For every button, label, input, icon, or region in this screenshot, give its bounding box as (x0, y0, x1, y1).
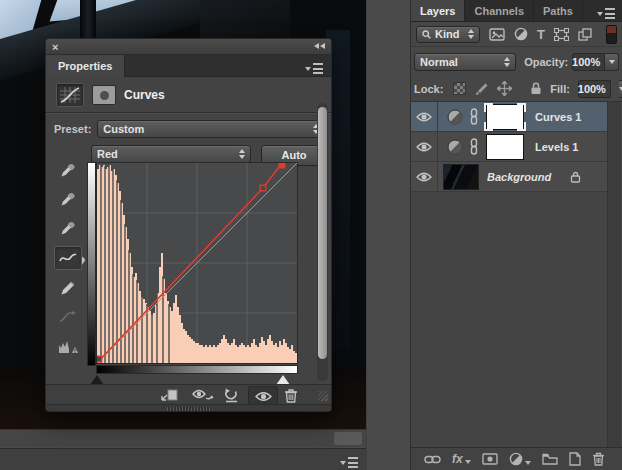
mask-link-icon[interactable] (469, 138, 479, 155)
tab-channels[interactable]: Channels (465, 0, 534, 21)
layer-filter-row: Kind T (411, 22, 622, 47)
panel-resize-grip[interactable] (318, 391, 328, 401)
new-layer-button[interactable] (569, 452, 581, 466)
layers-scrollbar-track[interactable] (607, 102, 621, 447)
mask-properties-icon[interactable] (92, 85, 116, 105)
edit-curve-points-tool[interactable] (54, 246, 82, 270)
filter-pixel-layers-icon[interactable] (489, 28, 505, 41)
filter-type-layers-icon[interactable]: T (537, 27, 545, 42)
layers-tab-bar: Layers Channels Paths (411, 0, 622, 22)
lock-all-icon[interactable] (530, 82, 542, 95)
adjustment-header: Curves (56, 83, 165, 107)
blend-mode-dropdown[interactable]: Normal (414, 53, 516, 71)
curves-grid-plot[interactable] (96, 162, 298, 364)
filter-adjustment-layers-icon[interactable] (514, 27, 528, 41)
search-icon (422, 30, 431, 39)
adjustment-title: Curves (124, 88, 165, 102)
scrollbar-thumb[interactable] (334, 432, 362, 445)
double-left-arrow-icon (314, 43, 319, 49)
toggle-visibility-button-active[interactable] (248, 386, 278, 406)
layer-list: Curves 1 Levels 1 (411, 102, 607, 470)
stepper-arrows-icon (504, 57, 510, 67)
adjustment-layer-icon[interactable] (447, 139, 463, 155)
tab-layers[interactable]: Layers (411, 0, 465, 21)
lock-transparency-icon[interactable] (453, 82, 466, 95)
link-layers-button[interactable] (424, 455, 441, 464)
lock-pixels-brush-icon[interactable] (474, 82, 489, 96)
menu-lines-icon (313, 63, 323, 74)
layers-panel-menu[interactable] (597, 8, 615, 19)
curves-tool-column (53, 159, 83, 357)
channel-dropdown[interactable]: Red (91, 145, 251, 163)
lock-position-move-icon[interactable] (497, 81, 512, 96)
curves-adjustment-icon (56, 83, 84, 107)
layers-bottom-toolbar: fx (411, 447, 622, 470)
eye-icon (416, 112, 432, 122)
white-point-eyedropper[interactable] (55, 217, 81, 239)
panel-dock-gutter (366, 0, 410, 470)
mask-link-icon[interactable] (469, 108, 479, 125)
gray-point-eyedropper[interactable] (55, 188, 81, 210)
collapse-to-icons-button[interactable] (314, 43, 325, 49)
opacity-dropdown-button[interactable] (605, 53, 619, 71)
layer-name[interactable]: Background (487, 171, 551, 183)
visibility-toggle[interactable] (411, 132, 438, 161)
tab-properties[interactable]: Properties (46, 55, 125, 77)
scrollbar-thumb[interactable] (318, 107, 327, 359)
new-group-button[interactable] (542, 453, 558, 465)
layer-list-empty-area (411, 192, 607, 470)
panel-resize-strip[interactable] (46, 404, 331, 412)
triangle-down-icon (609, 60, 615, 64)
layer-mask-thumbnail[interactable] (484, 133, 526, 161)
new-adjustment-layer-button[interactable] (509, 452, 531, 466)
layer-style-button[interactable]: fx (452, 452, 471, 466)
clip-to-layer-button[interactable] (161, 386, 178, 404)
layer-mask-thumbnail-selected[interactable] (484, 103, 526, 131)
fill-value[interactable]: 100% (578, 80, 611, 98)
triangle-down-icon (340, 461, 346, 465)
layer-filter-toggle[interactable] (606, 25, 617, 44)
fx-label: fx (452, 452, 463, 466)
channel-value: Red (97, 148, 235, 160)
filter-smart-object-icon[interactable] (578, 28, 592, 41)
drag-handle-ridges (167, 407, 211, 411)
preset-row: Preset: Custom (54, 120, 325, 138)
mask-selection-corner (484, 103, 493, 112)
reset-adjustment-button[interactable] (223, 386, 240, 404)
black-point-eyedropper[interactable] (55, 159, 81, 181)
close-panel-button[interactable]: × (52, 40, 58, 54)
layer-image-thumbnail[interactable] (443, 164, 479, 190)
triangle-down-icon (465, 460, 471, 464)
collapsed-panel-strip (0, 448, 366, 470)
panel-menu-icon[interactable] (340, 457, 358, 468)
filter-shape-layers-icon[interactable] (554, 28, 569, 41)
layers-panel: Layers Channels Paths Kind T (410, 0, 622, 470)
layer-name[interactable]: Levels 1 (535, 141, 578, 153)
eye-icon (416, 142, 432, 152)
refresh-histogram-warning-icon[interactable] (55, 335, 81, 357)
adjustment-layer-icon[interactable] (447, 109, 463, 125)
properties-scrollbar[interactable] (317, 103, 328, 381)
layer-row-curves-1[interactable]: Curves 1 (411, 102, 607, 132)
mask-selection-corner (517, 103, 526, 112)
menu-lines-icon (605, 8, 615, 19)
layer-row-levels-1[interactable]: Levels 1 (411, 132, 607, 162)
add-layer-mask-button[interactable] (482, 453, 498, 465)
document-horizontal-scrollbar[interactable] (0, 429, 366, 447)
preset-dropdown[interactable]: Custom (97, 120, 325, 138)
opacity-value[interactable]: 100% (572, 53, 605, 71)
visibility-toggle[interactable] (411, 162, 438, 191)
layer-name[interactable]: Curves 1 (535, 111, 581, 123)
draw-curve-pencil-tool[interactable] (55, 277, 81, 299)
delete-layer-button[interactable] (592, 452, 605, 466)
properties-title-bar[interactable]: × (46, 39, 331, 55)
layer-row-background[interactable]: Background (411, 162, 607, 192)
view-previous-state-button[interactable] (192, 386, 214, 404)
properties-panel-menu[interactable] (305, 63, 323, 74)
lock-label: Lock: (414, 83, 443, 95)
photoshop-workspace: Layers Channels Paths Kind T (0, 0, 622, 470)
tab-paths[interactable]: Paths (534, 0, 583, 21)
delete-adjustment-button[interactable] (284, 386, 298, 404)
filter-kind-dropdown[interactable]: Kind (416, 26, 480, 43)
visibility-toggle[interactable] (411, 102, 438, 131)
